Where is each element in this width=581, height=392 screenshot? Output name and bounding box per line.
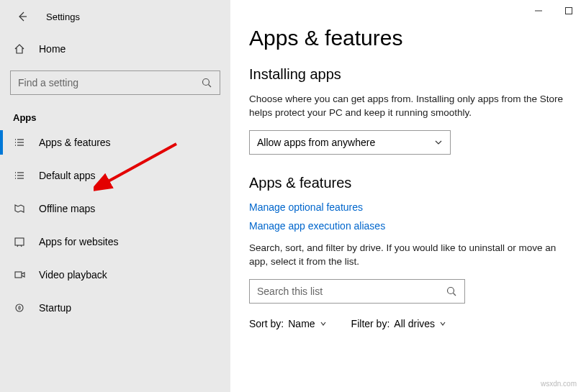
sidebar-item-label: Video playback bbox=[39, 269, 107, 281]
home-icon bbox=[13, 42, 26, 55]
sidebar-item-offline-maps[interactable]: Offline maps bbox=[0, 192, 230, 225]
search-icon bbox=[446, 286, 457, 297]
svg-rect-15 bbox=[15, 238, 24, 245]
defaults-icon bbox=[13, 169, 26, 182]
search-apps-input[interactable] bbox=[257, 286, 446, 297]
home-label: Home bbox=[39, 43, 66, 55]
svg-line-20 bbox=[454, 293, 456, 296]
sidebar-item-label: Apps for websites bbox=[39, 236, 119, 247]
startup-icon bbox=[13, 301, 26, 314]
filter-value: All drives bbox=[394, 318, 435, 329]
find-setting-search[interactable] bbox=[10, 70, 220, 95]
sort-by-control[interactable]: Sort by: Name bbox=[249, 318, 327, 329]
maximize-button[interactable] bbox=[564, 6, 574, 16]
install-source-dropdown[interactable]: Allow apps from anywhere bbox=[249, 130, 451, 155]
chevron-down-icon bbox=[434, 138, 443, 147]
sidebar-item-apps-for-websites[interactable]: Apps for websites bbox=[0, 225, 230, 258]
watermark: wsxdn.com bbox=[541, 380, 577, 388]
sort-value: Name bbox=[288, 318, 315, 329]
find-setting-input[interactable] bbox=[18, 77, 201, 88]
minimize-button[interactable] bbox=[533, 6, 544, 16]
sidebar-item-label: Offline maps bbox=[39, 203, 95, 214]
svg-point-17 bbox=[16, 304, 23, 311]
installing-apps-heading: Installing apps bbox=[249, 66, 574, 83]
apps-list-desc: Search, sort, and filter by drive. If yo… bbox=[249, 242, 566, 269]
search-icon bbox=[201, 77, 212, 88]
svg-rect-18 bbox=[19, 306, 20, 309]
chevron-down-icon bbox=[439, 320, 446, 327]
svg-rect-22 bbox=[566, 8, 572, 14]
svg-point-1 bbox=[203, 79, 210, 86]
filter-label: Filter by: bbox=[351, 318, 390, 329]
map-icon bbox=[13, 202, 26, 215]
sidebar-item-label: Default apps bbox=[39, 170, 96, 181]
home-nav[interactable]: Home bbox=[0, 33, 230, 65]
sidebar-item-label: Startup bbox=[39, 302, 71, 314]
sort-label: Sort by: bbox=[249, 318, 284, 329]
back-button[interactable] bbox=[14, 9, 30, 24]
page-title: Apps & features bbox=[249, 26, 574, 50]
dropdown-value: Allow apps from anywhere bbox=[257, 137, 375, 148]
sidebar-item-label: Apps & features bbox=[39, 137, 111, 148]
sidebar-item-apps-features[interactable]: Apps & features bbox=[0, 126, 230, 159]
svg-point-19 bbox=[448, 287, 454, 293]
sidebar-item-default-apps[interactable]: Default apps bbox=[0, 159, 230, 192]
section-label: Apps bbox=[13, 112, 230, 123]
arrow-left-icon bbox=[16, 10, 29, 23]
filter-by-control[interactable]: Filter by: All drives bbox=[351, 318, 446, 329]
manage-optional-features-link[interactable]: Manage optional features bbox=[249, 201, 574, 213]
apps-features-heading: Apps & features bbox=[249, 175, 574, 191]
list-icon bbox=[13, 136, 26, 149]
video-icon bbox=[13, 268, 26, 281]
sidebar-item-startup[interactable]: Startup bbox=[0, 291, 230, 324]
search-apps-box[interactable] bbox=[249, 279, 465, 304]
manage-execution-aliases-link[interactable]: Manage app execution aliases bbox=[249, 220, 574, 232]
window-title: Settings bbox=[46, 12, 80, 22]
chevron-down-icon bbox=[320, 320, 327, 327]
svg-line-2 bbox=[209, 85, 212, 88]
sidebar-item-video-playback[interactable]: Video playback bbox=[0, 258, 230, 291]
link-icon bbox=[13, 235, 26, 248]
installing-apps-desc: Choose where you can get apps from. Inst… bbox=[249, 93, 566, 120]
svg-rect-16 bbox=[15, 272, 22, 278]
